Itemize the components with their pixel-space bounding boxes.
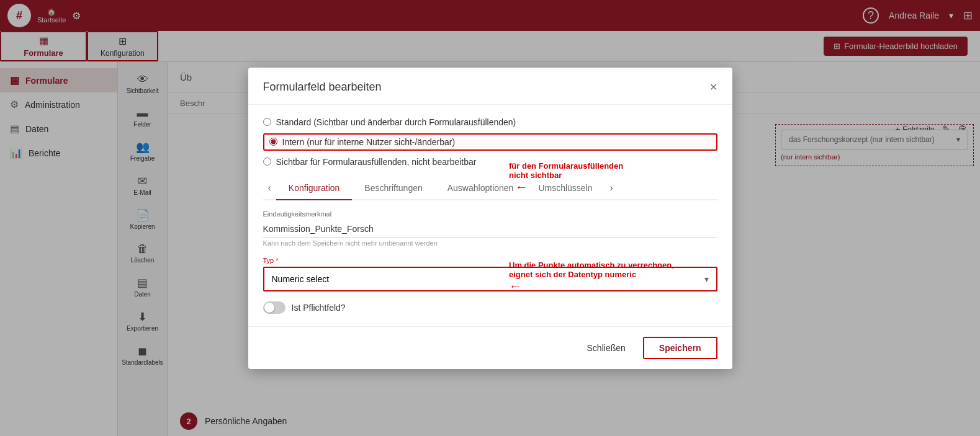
tab-beschriftungen[interactable]: Beschriftungen — [352, 177, 434, 200]
modal-footer: Schließen Speichern — [248, 326, 732, 369]
radio-intern-input[interactable] — [269, 138, 277, 146]
tab-auswahloptionen[interactable]: Auswahloptionen — [435, 177, 526, 200]
edit-field-modal: Formularfeld bearbeiten × Standard (Sich… — [248, 68, 732, 369]
tab-umschluesseln[interactable]: Umschlüsseln — [526, 177, 605, 200]
typ-select[interactable]: Numeric select — [264, 268, 716, 290]
close-button[interactable]: Schließen — [577, 338, 636, 358]
radio-sichtbar-input[interactable] — [263, 158, 271, 166]
eindeutigkeit-input[interactable] — [263, 220, 717, 238]
pflichtfeld-toggle[interactable] — [263, 301, 285, 314]
eindeutigkeit-group: Eindeutigkeitsmerkmal Kann nach dem Spei… — [263, 210, 717, 247]
modal-title: Formularfeld bearbeiten — [263, 81, 382, 94]
eindeutigkeit-label: Eindeutigkeitsmerkmal — [263, 210, 717, 218]
eindeutigkeit-hint: Kann nach dem Speichern nicht mehr umben… — [263, 239, 717, 247]
typ-group: Typ * Numeric select ▾ — [263, 257, 717, 291]
toggle-knob — [264, 303, 274, 313]
typ-label: Typ * — [263, 257, 717, 264]
pflichtfeld-row: Ist Pflichtfeld? — [263, 301, 717, 314]
modal-header: Formularfeld bearbeiten × — [248, 68, 732, 105]
typ-select-wrap[interactable]: Numeric select ▾ — [263, 267, 717, 291]
radio-standard[interactable]: Standard (Sichtbar und änderbar durch Fo… — [263, 117, 717, 127]
save-button[interactable]: Speichern — [643, 337, 717, 359]
modal-tabs: ‹ Konfiguration Beschriftungen Auswahlop… — [263, 177, 717, 200]
tab-prev-button[interactable]: ‹ — [263, 177, 276, 198]
radio-sichtbar[interactable]: Sichtbar für Formularausfüllenden, nicht… — [263, 157, 717, 167]
tab-konfiguration[interactable]: Konfiguration — [276, 177, 353, 200]
radio-intern[interactable]: Intern (nur für interne Nutzer sicht-/än… — [263, 133, 717, 151]
radio-standard-input[interactable] — [263, 118, 271, 126]
modal-body: Standard (Sichtbar und änderbar durch Fo… — [248, 105, 732, 326]
pflichtfeld-label: Ist Pflichtfeld? — [292, 303, 346, 313]
modal-close-button[interactable]: × — [710, 80, 717, 94]
modal-overlay: Formularfeld bearbeiten × Standard (Sich… — [0, 0, 980, 436]
tab-next-button[interactable]: › — [605, 177, 618, 198]
